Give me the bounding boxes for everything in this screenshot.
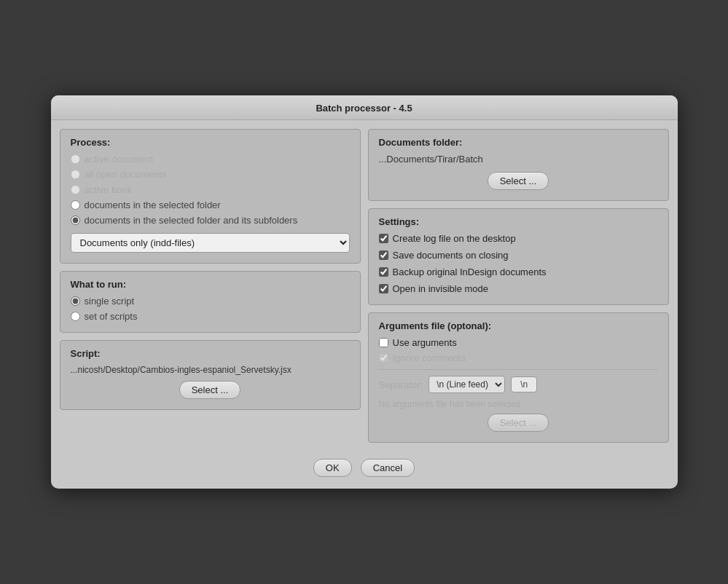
- process-all-open-radio[interactable]: [71, 170, 80, 179]
- process-active-doc-label: active document: [85, 154, 154, 165]
- separator-row: Separator: \n (Line feed) \n: [379, 369, 658, 393]
- dialog: Batch processor - 4.5 Process: active do…: [51, 95, 678, 489]
- right-panel: Documents folder: ...Documents/Tirar/Bat…: [368, 129, 669, 443]
- process-all-open-label: all open documents: [85, 169, 167, 180]
- documents-folder-label: Documents folder:: [379, 137, 658, 148]
- setting-backup-original: Backup original InDesign documents: [379, 267, 658, 277]
- settings-checkboxes: Create log file on the desktop Save docu…: [379, 233, 658, 294]
- open-invisible-label: Open in invisible mode: [393, 283, 489, 294]
- run-set-scripts: set of scripts: [71, 311, 350, 322]
- run-single-script-radio[interactable]: [71, 296, 80, 306]
- process-active-doc-radio[interactable]: [71, 154, 80, 164]
- dialog-title: Batch processor - 4.5: [316, 103, 412, 114]
- arguments-label: Arguments file (optonal):: [379, 320, 658, 331]
- ignore-comments-item: Ignore comments: [379, 352, 658, 363]
- script-label: Script:: [71, 348, 350, 359]
- backup-original-label: Backup original InDesign documents: [393, 267, 547, 277]
- create-log-label: Create log file on the desktop: [393, 233, 516, 244]
- setting-save-on-close: Save documents on closing: [379, 250, 658, 261]
- save-on-close-label: Save documents on closing: [393, 250, 509, 261]
- separator-label: Separator:: [379, 379, 423, 390]
- ignore-comments-checkbox[interactable]: [379, 353, 388, 363]
- process-selected-folder-sub-label: documents in the selected folder and its…: [85, 215, 298, 226]
- ignore-comments-label: Ignore comments: [393, 352, 466, 363]
- process-active-doc: active document: [71, 154, 350, 165]
- process-section: Process: active document all open docume…: [60, 129, 361, 264]
- run-set-scripts-label: set of scripts: [85, 311, 138, 322]
- run-single-script: single script: [71, 296, 350, 307]
- run-single-script-label: single script: [85, 296, 135, 307]
- what-to-run-section: What to run: single script set of script…: [60, 271, 361, 333]
- run-radio-group: single script set of scripts: [71, 296, 350, 322]
- separator-display: \n: [511, 376, 537, 392]
- ok-button[interactable]: OK: [313, 459, 352, 477]
- setting-open-invisible: Open in invisible mode: [379, 283, 658, 294]
- use-arguments-checkbox[interactable]: [379, 338, 388, 347]
- run-set-scripts-radio[interactable]: [71, 312, 80, 321]
- process-active-book: active book: [71, 184, 350, 195]
- use-arguments-label: Use arguments: [393, 337, 457, 348]
- arguments-select-button[interactable]: Select ...: [488, 414, 549, 432]
- process-selected-folder-sub: documents in the selected folder and its…: [71, 215, 350, 226]
- title-bar: Batch processor - 4.5: [51, 95, 678, 120]
- what-to-run-label: What to run:: [71, 279, 350, 290]
- process-active-book-radio[interactable]: [71, 185, 80, 194]
- save-on-close-checkbox[interactable]: [379, 250, 388, 260]
- process-selected-folder: documents in the selected folder: [71, 200, 350, 210]
- separator-select[interactable]: \n (Line feed): [428, 376, 505, 393]
- process-selected-folder-radio[interactable]: [71, 200, 80, 210]
- process-selected-folder-label: documents in the selected folder: [85, 200, 221, 210]
- open-invisible-checkbox[interactable]: [379, 284, 388, 293]
- process-all-open: all open documents: [71, 169, 350, 180]
- backup-original-checkbox[interactable]: [379, 267, 388, 277]
- settings-label: Settings:: [379, 216, 658, 227]
- create-log-checkbox[interactable]: [379, 234, 388, 243]
- process-active-book-label: active book: [85, 184, 133, 195]
- script-section: Script: ...nicosh/Desktop/Cambios-ingles…: [60, 340, 361, 410]
- documents-folder-path: ...Documents/Tirar/Batch: [379, 154, 658, 165]
- process-selected-folder-sub-radio[interactable]: [71, 216, 80, 225]
- process-dropdown[interactable]: Documents only (indd-files) All files Te…: [71, 233, 350, 253]
- left-panel: Process: active document all open docume…: [60, 129, 361, 443]
- no-args-text: No arguments file has been selected: [379, 399, 658, 409]
- settings-section: Settings: Create log file on the desktop…: [368, 208, 669, 305]
- arguments-section: Arguments file (optonal): Use arguments …: [368, 312, 669, 443]
- process-radio-group: active document all open documents activ…: [71, 154, 350, 226]
- documents-folder-select-button[interactable]: Select ...: [488, 172, 549, 190]
- footer: OK Cancel: [51, 451, 678, 489]
- setting-create-log: Create log file on the desktop: [379, 233, 658, 244]
- documents-folder-section: Documents folder: ...Documents/Tirar/Bat…: [368, 129, 669, 201]
- process-label: Process:: [71, 137, 350, 148]
- script-path: ...nicosh/Desktop/Cambios-ingles-espanio…: [71, 365, 350, 375]
- script-select-button[interactable]: Select ...: [179, 381, 241, 399]
- use-arguments-item: Use arguments: [379, 337, 658, 348]
- cancel-button[interactable]: Cancel: [361, 459, 415, 477]
